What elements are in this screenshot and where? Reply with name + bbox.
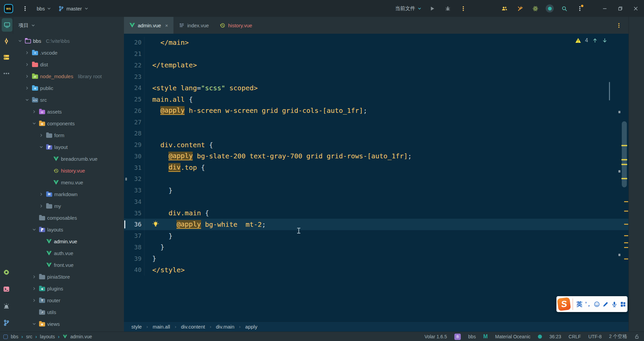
code-line-37[interactable]: 37 } xyxy=(124,230,629,242)
tree-item-menu.vue[interactable]: menu.vue xyxy=(13,177,124,188)
ime-emoji-icon[interactable] xyxy=(592,296,601,312)
line-number[interactable]: 38 xyxy=(128,244,141,251)
run-config-selector[interactable]: 当前文件 xyxy=(395,5,422,12)
tree-item-assets[interactable]: ▤assets xyxy=(13,106,124,118)
status-item[interactable]: 2 个空格 xyxy=(609,334,627,340)
status-item[interactable]: Material Oceanic xyxy=(495,334,530,339)
main-menu-kebab-icon[interactable] xyxy=(20,3,30,13)
status-crumb-bbs[interactable]: bbs xyxy=(11,334,19,339)
tree-item-components[interactable]: ▦components xyxy=(13,118,124,129)
chevron-right-icon[interactable] xyxy=(38,132,44,138)
line-number[interactable]: 34 xyxy=(128,198,141,205)
line-number[interactable]: 26 xyxy=(128,107,141,114)
chevron-down-icon[interactable] xyxy=(24,97,30,103)
vcs-branch-widget[interactable]: master xyxy=(58,3,89,13)
tree-item-src[interactable]: </>src xyxy=(13,94,124,106)
tab-history.vue[interactable]: history.vue xyxy=(214,17,257,34)
chevron-right-icon[interactable] xyxy=(31,286,37,292)
structure-tool-icon[interactable] xyxy=(0,51,13,64)
line-number[interactable]: 20 xyxy=(128,39,141,46)
chevron-down-icon[interactable] xyxy=(38,144,44,150)
code-line-36[interactable]: 36 @apply bg-white mt-2; xyxy=(124,219,629,230)
chevron-down-icon[interactable] xyxy=(17,38,23,44)
code-editor[interactable]: 20 </main>2122</template>2324<style lang… xyxy=(124,34,629,332)
tree-item-breadcrumb.vue[interactable]: breadcrumb.vue xyxy=(13,153,124,165)
tree-item-composables[interactable]: composables xyxy=(13,212,124,224)
ime-handwriting-pencil-icon[interactable] xyxy=(601,296,610,312)
tree-item-admin.vue[interactable]: admin.vue xyxy=(13,236,124,247)
problems-alarm-icon[interactable] xyxy=(0,299,13,313)
line-number[interactable]: 27 xyxy=(128,119,141,126)
status-crumb-src[interactable]: src xyxy=(26,334,32,339)
code-line-40[interactable]: 40</style> xyxy=(124,264,629,276)
tools-icon[interactable] xyxy=(515,3,525,13)
settings-kebab-badge-icon[interactable] xyxy=(575,3,585,13)
tree-item-piniaStore[interactable]: piniaStore xyxy=(13,271,124,283)
code-line-22[interactable]: 22</template> xyxy=(124,60,629,71)
project-panel-header[interactable]: 项目 xyxy=(19,17,35,34)
tree-item-utils[interactable]: ↗utils xyxy=(13,306,124,318)
ime-toolbar[interactable]: S 英 ’， xyxy=(556,296,627,312)
chevron-right-icon[interactable] xyxy=(24,62,30,68)
tree-item-public[interactable]: ⊕public xyxy=(13,82,124,94)
line-number[interactable]: 39 xyxy=(128,255,141,262)
tree-item-front.vue[interactable]: front.vue xyxy=(13,259,124,271)
tree-item-dist[interactable]: dist xyxy=(13,59,124,70)
project-widget[interactable]: bbs xyxy=(37,6,51,11)
status-item[interactable]: 36:23 xyxy=(549,334,561,339)
code-with-me-users-icon[interactable] xyxy=(499,3,509,13)
chevron-right-icon[interactable] xyxy=(38,191,44,197)
status-item[interactable]: bbs xyxy=(468,334,476,339)
terminal-tool-icon[interactable] xyxy=(0,282,13,296)
line-number[interactable]: 40 xyxy=(128,266,141,273)
project-tool-monitor-icon[interactable] xyxy=(2,18,12,32)
chevron-down-icon[interactable] xyxy=(31,321,37,327)
tree-item-history.vue[interactable]: history.vue xyxy=(13,165,124,177)
line-number[interactable]: 31 xyxy=(128,164,141,171)
ime-voice-mic-icon[interactable] xyxy=(610,296,619,312)
tree-item-markdown[interactable]: Mmarkdown xyxy=(13,188,124,200)
line-number[interactable]: 29 xyxy=(128,141,141,148)
sogou-logo[interactable]: S xyxy=(557,297,571,311)
code-line-35[interactable]: 35 div.main { xyxy=(124,207,629,219)
status-crumb-layouts[interactable]: layouts xyxy=(40,334,55,339)
tree-item-.vscode[interactable]: ×.vscode xyxy=(13,47,124,59)
line-number[interactable]: 32 xyxy=(128,175,141,182)
tab-admin.vue[interactable]: admin.vue× xyxy=(124,17,173,34)
code-line-23[interactable]: 23 xyxy=(124,71,629,82)
inspection-widget[interactable]: 4 xyxy=(575,37,608,43)
breadcrumb-style[interactable]: style xyxy=(131,324,142,330)
unlock-icon[interactable] xyxy=(635,334,639,339)
breadcrumb-div.main[interactable]: div.main xyxy=(216,324,234,330)
ime-punctuation-toggle[interactable]: ’， xyxy=(584,296,592,312)
user-avatar[interactable] xyxy=(546,4,554,12)
tab-index.vue[interactable]: index.vue xyxy=(173,17,214,34)
line-number[interactable]: 24 xyxy=(128,84,141,91)
chevron-right-icon[interactable] xyxy=(24,85,30,91)
more-tools-dots-icon[interactable] xyxy=(0,67,13,80)
line-number[interactable]: 25 xyxy=(128,96,141,103)
tree-item-bbs[interactable]: bbsC:\vite\bbs xyxy=(13,35,124,47)
line-number[interactable]: 22 xyxy=(128,62,141,69)
status-crumb-admin.vue[interactable]: admin.vue xyxy=(70,334,92,339)
minimize-button[interactable] xyxy=(600,3,610,13)
restore-button[interactable] xyxy=(615,3,625,13)
tree-item-form[interactable]: form xyxy=(13,129,124,141)
settings-gear-icon[interactable] xyxy=(0,266,13,279)
line-number[interactable]: 23 xyxy=(128,73,141,80)
code-line-21[interactable]: 21 xyxy=(124,48,629,60)
chevron-right-icon[interactable] xyxy=(31,298,37,304)
breadcrumb-main.all[interactable]: main.all xyxy=(153,324,170,330)
theme-color-dot[interactable] xyxy=(538,335,542,339)
material-theme-icon[interactable]: M xyxy=(483,334,488,340)
git-tool-branch-icon[interactable] xyxy=(0,316,13,330)
statusbar-breadcrumbs[interactable]: bbs›src›layouts›admin.vue xyxy=(0,334,92,339)
line-number[interactable]: 35 xyxy=(128,210,141,217)
chevron-right-icon[interactable] xyxy=(38,203,44,209)
run-more-kebab-icon[interactable] xyxy=(458,3,468,13)
chevron-right-icon[interactable] xyxy=(24,73,30,80)
tree-item-node_modules[interactable]: JSnode_moduleslibrary root xyxy=(13,70,124,82)
code-line-30[interactable]: 30 @apply bg-slate-200 text-gray-700 gri… xyxy=(124,151,629,162)
code-line-34[interactable]: 34 xyxy=(124,196,629,208)
code-line-31[interactable]: 31 div.top { xyxy=(124,162,629,173)
